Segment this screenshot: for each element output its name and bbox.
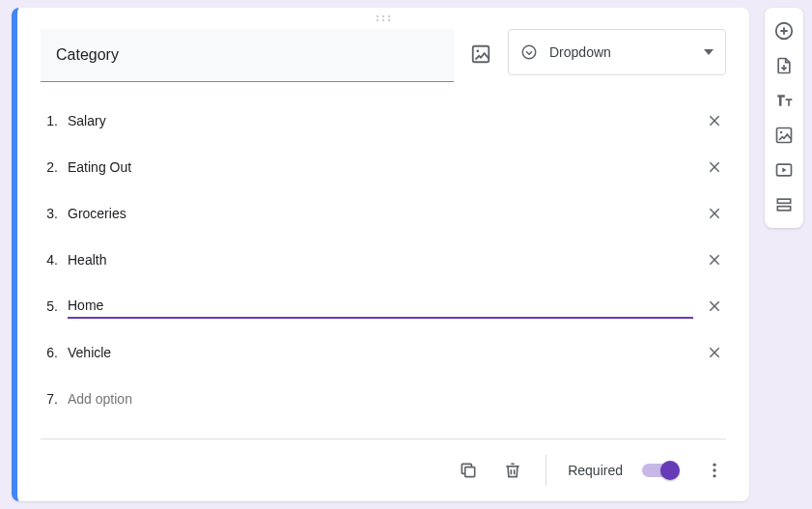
caret-down-icon xyxy=(704,49,714,55)
svg-point-2 xyxy=(388,15,390,17)
option-number: 2. xyxy=(41,159,58,175)
option-input[interactable] xyxy=(68,341,693,364)
option-input[interactable] xyxy=(68,156,693,179)
delete-button[interactable] xyxy=(495,453,530,488)
svg-point-10 xyxy=(713,464,715,467)
option-row: 6. xyxy=(41,329,726,376)
svg-rect-18 xyxy=(777,207,790,211)
svg-point-3 xyxy=(377,19,378,21)
option-input[interactable] xyxy=(68,248,693,271)
svg-point-1 xyxy=(382,15,384,17)
svg-point-5 xyxy=(388,19,390,21)
option-input[interactable] xyxy=(68,294,693,319)
svg-point-4 xyxy=(382,19,384,21)
required-toggle[interactable] xyxy=(642,464,678,477)
svg-point-7 xyxy=(476,49,479,52)
question-header: Dropdown xyxy=(17,29,749,86)
drag-handle[interactable] xyxy=(17,8,749,29)
svg-point-8 xyxy=(522,45,536,59)
option-input[interactable] xyxy=(68,202,693,225)
add-image-button[interactable] xyxy=(469,42,492,66)
remove-option-button[interactable] xyxy=(703,202,726,225)
add-video-button[interactable] xyxy=(767,153,801,187)
question-footer: Required xyxy=(17,439,749,501)
remove-option-button[interactable] xyxy=(703,248,726,271)
dropdown-type-icon xyxy=(520,43,538,61)
option-number: 5. xyxy=(41,298,58,314)
option-number: 4. xyxy=(41,252,58,268)
remove-option-button[interactable] xyxy=(703,109,726,132)
option-number: 7. xyxy=(41,391,58,407)
svg-point-11 xyxy=(713,468,715,471)
more-options-button[interactable] xyxy=(697,453,732,488)
question-card: Dropdown 1.2.3.4.5.6.7. Required xyxy=(12,8,749,501)
svg-point-15 xyxy=(780,131,783,134)
option-number: 6. xyxy=(41,345,58,360)
svg-rect-17 xyxy=(777,199,790,203)
svg-rect-9 xyxy=(465,467,475,477)
option-row: 2. xyxy=(41,144,726,190)
add-image-sidebar-button[interactable] xyxy=(767,118,801,153)
add-option-input[interactable] xyxy=(68,387,693,410)
footer-separator xyxy=(546,455,546,486)
add-section-button[interactable] xyxy=(767,187,801,222)
option-number: 1. xyxy=(41,113,58,128)
question-title-input[interactable] xyxy=(41,29,454,82)
remove-option-button[interactable] xyxy=(703,156,726,179)
remove-option-button[interactable] xyxy=(703,295,726,318)
option-row: 5. xyxy=(41,283,726,329)
svg-point-0 xyxy=(377,15,378,17)
question-type-label: Dropdown xyxy=(549,44,692,60)
required-label: Required xyxy=(568,463,623,478)
option-row: 3. xyxy=(41,190,726,237)
side-toolbar xyxy=(765,8,803,228)
option-row: 4. xyxy=(41,237,726,283)
add-title-button[interactable] xyxy=(767,83,801,118)
option-input[interactable] xyxy=(68,109,693,132)
duplicate-button[interactable] xyxy=(451,453,486,488)
import-questions-button[interactable] xyxy=(767,48,801,83)
question-type-select[interactable]: Dropdown xyxy=(508,29,726,75)
add-question-button[interactable] xyxy=(767,14,801,48)
svg-point-12 xyxy=(713,474,715,477)
option-row: 7. xyxy=(41,376,726,422)
option-row: 1. xyxy=(41,98,726,144)
option-number: 3. xyxy=(41,206,58,221)
options-list: 1.2.3.4.5.6.7. xyxy=(17,86,749,438)
svg-rect-14 xyxy=(777,128,792,143)
remove-option-button[interactable] xyxy=(703,341,726,364)
svg-rect-6 xyxy=(473,46,490,63)
